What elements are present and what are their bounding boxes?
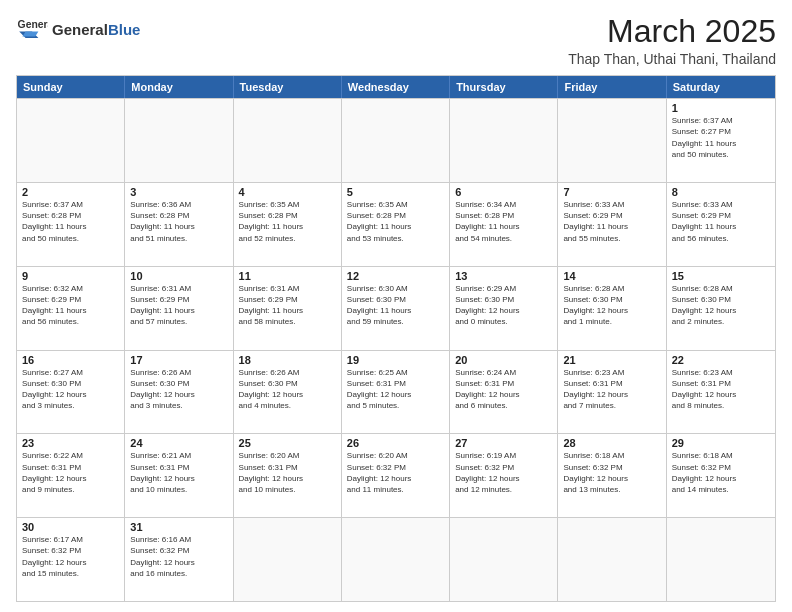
calendar-cell: 15Sunrise: 6:28 AM Sunset: 6:30 PM Dayli… xyxy=(667,267,775,350)
main-title: March 2025 xyxy=(568,14,776,49)
calendar-cell: 21Sunrise: 6:23 AM Sunset: 6:31 PM Dayli… xyxy=(558,351,666,434)
day-info: Sunrise: 6:19 AM Sunset: 6:32 PM Dayligh… xyxy=(455,450,552,495)
day-info: Sunrise: 6:21 AM Sunset: 6:31 PM Dayligh… xyxy=(130,450,227,495)
calendar-cell xyxy=(558,518,666,601)
calendar-cell xyxy=(17,99,125,182)
day-info: Sunrise: 6:25 AM Sunset: 6:31 PM Dayligh… xyxy=(347,367,444,412)
day-info: Sunrise: 6:17 AM Sunset: 6:32 PM Dayligh… xyxy=(22,534,119,579)
day-info: Sunrise: 6:37 AM Sunset: 6:28 PM Dayligh… xyxy=(22,199,119,244)
day-header-sunday: Sunday xyxy=(17,76,125,98)
logo-text: GeneralBlue xyxy=(52,22,140,39)
calendar-cell: 12Sunrise: 6:30 AM Sunset: 6:30 PM Dayli… xyxy=(342,267,450,350)
calendar-cell: 30Sunrise: 6:17 AM Sunset: 6:32 PM Dayli… xyxy=(17,518,125,601)
day-info: Sunrise: 6:33 AM Sunset: 6:29 PM Dayligh… xyxy=(672,199,770,244)
day-number: 29 xyxy=(672,437,770,449)
calendar-body: 1Sunrise: 6:37 AM Sunset: 6:27 PM Daylig… xyxy=(17,98,775,601)
day-info: Sunrise: 6:23 AM Sunset: 6:31 PM Dayligh… xyxy=(672,367,770,412)
day-number: 2 xyxy=(22,186,119,198)
day-number: 9 xyxy=(22,270,119,282)
calendar-header: SundayMondayTuesdayWednesdayThursdayFrid… xyxy=(17,76,775,98)
calendar-cell: 6Sunrise: 6:34 AM Sunset: 6:28 PM Daylig… xyxy=(450,183,558,266)
calendar-cell: 5Sunrise: 6:35 AM Sunset: 6:28 PM Daylig… xyxy=(342,183,450,266)
title-block: March 2025 Thap Than, Uthai Thani, Thail… xyxy=(568,14,776,67)
day-header-tuesday: Tuesday xyxy=(234,76,342,98)
calendar-cell: 9Sunrise: 6:32 AM Sunset: 6:29 PM Daylig… xyxy=(17,267,125,350)
calendar-cell xyxy=(125,99,233,182)
calendar-cell: 24Sunrise: 6:21 AM Sunset: 6:31 PM Dayli… xyxy=(125,434,233,517)
day-number: 22 xyxy=(672,354,770,366)
day-number: 16 xyxy=(22,354,119,366)
calendar-cell xyxy=(450,99,558,182)
day-number: 4 xyxy=(239,186,336,198)
day-info: Sunrise: 6:22 AM Sunset: 6:31 PM Dayligh… xyxy=(22,450,119,495)
day-number: 25 xyxy=(239,437,336,449)
logo: General GeneralBlue xyxy=(16,14,140,46)
calendar-cell xyxy=(342,99,450,182)
day-info: Sunrise: 6:34 AM Sunset: 6:28 PM Dayligh… xyxy=(455,199,552,244)
day-info: Sunrise: 6:31 AM Sunset: 6:29 PM Dayligh… xyxy=(130,283,227,328)
calendar-cell xyxy=(234,518,342,601)
svg-text:General: General xyxy=(18,19,48,30)
calendar-cell: 29Sunrise: 6:18 AM Sunset: 6:32 PM Dayli… xyxy=(667,434,775,517)
day-number: 18 xyxy=(239,354,336,366)
calendar-row-4: 23Sunrise: 6:22 AM Sunset: 6:31 PM Dayli… xyxy=(17,433,775,517)
day-info: Sunrise: 6:33 AM Sunset: 6:29 PM Dayligh… xyxy=(563,199,660,244)
day-number: 12 xyxy=(347,270,444,282)
day-number: 19 xyxy=(347,354,444,366)
calendar-cell: 18Sunrise: 6:26 AM Sunset: 6:30 PM Dayli… xyxy=(234,351,342,434)
calendar-cell: 16Sunrise: 6:27 AM Sunset: 6:30 PM Dayli… xyxy=(17,351,125,434)
day-info: Sunrise: 6:23 AM Sunset: 6:31 PM Dayligh… xyxy=(563,367,660,412)
calendar-cell: 27Sunrise: 6:19 AM Sunset: 6:32 PM Dayli… xyxy=(450,434,558,517)
day-info: Sunrise: 6:32 AM Sunset: 6:29 PM Dayligh… xyxy=(22,283,119,328)
day-info: Sunrise: 6:37 AM Sunset: 6:27 PM Dayligh… xyxy=(672,115,770,160)
calendar-cell: 13Sunrise: 6:29 AM Sunset: 6:30 PM Dayli… xyxy=(450,267,558,350)
day-number: 26 xyxy=(347,437,444,449)
calendar-cell: 19Sunrise: 6:25 AM Sunset: 6:31 PM Dayli… xyxy=(342,351,450,434)
day-info: Sunrise: 6:36 AM Sunset: 6:28 PM Dayligh… xyxy=(130,199,227,244)
day-info: Sunrise: 6:18 AM Sunset: 6:32 PM Dayligh… xyxy=(672,450,770,495)
calendar-cell: 8Sunrise: 6:33 AM Sunset: 6:29 PM Daylig… xyxy=(667,183,775,266)
calendar-cell xyxy=(234,99,342,182)
calendar-cell: 1Sunrise: 6:37 AM Sunset: 6:27 PM Daylig… xyxy=(667,99,775,182)
day-info: Sunrise: 6:29 AM Sunset: 6:30 PM Dayligh… xyxy=(455,283,552,328)
day-info: Sunrise: 6:16 AM Sunset: 6:32 PM Dayligh… xyxy=(130,534,227,579)
calendar-row-2: 9Sunrise: 6:32 AM Sunset: 6:29 PM Daylig… xyxy=(17,266,775,350)
day-number: 11 xyxy=(239,270,336,282)
general-blue-logo-icon: General xyxy=(16,14,48,46)
sub-title: Thap Than, Uthai Thani, Thailand xyxy=(568,51,776,67)
day-info: Sunrise: 6:27 AM Sunset: 6:30 PM Dayligh… xyxy=(22,367,119,412)
calendar-row-5: 30Sunrise: 6:17 AM Sunset: 6:32 PM Dayli… xyxy=(17,517,775,601)
calendar-cell xyxy=(558,99,666,182)
calendar-cell: 17Sunrise: 6:26 AM Sunset: 6:30 PM Dayli… xyxy=(125,351,233,434)
day-info: Sunrise: 6:24 AM Sunset: 6:31 PM Dayligh… xyxy=(455,367,552,412)
calendar-cell: 23Sunrise: 6:22 AM Sunset: 6:31 PM Dayli… xyxy=(17,434,125,517)
calendar-cell: 4Sunrise: 6:35 AM Sunset: 6:28 PM Daylig… xyxy=(234,183,342,266)
calendar-cell xyxy=(667,518,775,601)
calendar-cell: 7Sunrise: 6:33 AM Sunset: 6:29 PM Daylig… xyxy=(558,183,666,266)
calendar-cell xyxy=(342,518,450,601)
day-number: 3 xyxy=(130,186,227,198)
day-info: Sunrise: 6:28 AM Sunset: 6:30 PM Dayligh… xyxy=(563,283,660,328)
day-info: Sunrise: 6:20 AM Sunset: 6:32 PM Dayligh… xyxy=(347,450,444,495)
day-header-saturday: Saturday xyxy=(667,76,775,98)
day-number: 24 xyxy=(130,437,227,449)
calendar-cell: 3Sunrise: 6:36 AM Sunset: 6:28 PM Daylig… xyxy=(125,183,233,266)
day-number: 13 xyxy=(455,270,552,282)
day-number: 6 xyxy=(455,186,552,198)
day-number: 27 xyxy=(455,437,552,449)
calendar-row-1: 2Sunrise: 6:37 AM Sunset: 6:28 PM Daylig… xyxy=(17,182,775,266)
day-header-friday: Friday xyxy=(558,76,666,98)
day-number: 8 xyxy=(672,186,770,198)
day-info: Sunrise: 6:35 AM Sunset: 6:28 PM Dayligh… xyxy=(347,199,444,244)
day-number: 7 xyxy=(563,186,660,198)
calendar-cell: 25Sunrise: 6:20 AM Sunset: 6:31 PM Dayli… xyxy=(234,434,342,517)
day-header-monday: Monday xyxy=(125,76,233,98)
day-info: Sunrise: 6:30 AM Sunset: 6:30 PM Dayligh… xyxy=(347,283,444,328)
calendar-cell: 26Sunrise: 6:20 AM Sunset: 6:32 PM Dayli… xyxy=(342,434,450,517)
calendar-cell: 31Sunrise: 6:16 AM Sunset: 6:32 PM Dayli… xyxy=(125,518,233,601)
logo-blue: Blue xyxy=(108,21,141,38)
calendar-cell: 2Sunrise: 6:37 AM Sunset: 6:28 PM Daylig… xyxy=(17,183,125,266)
calendar-cell: 10Sunrise: 6:31 AM Sunset: 6:29 PM Dayli… xyxy=(125,267,233,350)
day-info: Sunrise: 6:18 AM Sunset: 6:32 PM Dayligh… xyxy=(563,450,660,495)
day-header-thursday: Thursday xyxy=(450,76,558,98)
